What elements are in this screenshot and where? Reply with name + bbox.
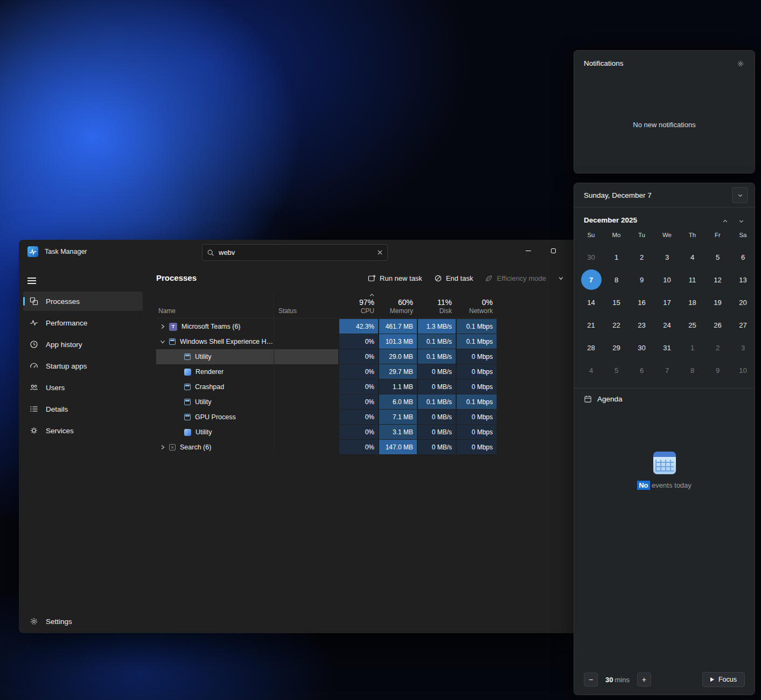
sidebar-item-app-history[interactable]: App history	[23, 335, 143, 354]
calendar-day[interactable]: 9	[708, 360, 728, 380]
column-header-name[interactable]: Name	[156, 292, 274, 318]
sidebar-item-settings[interactable]: Settings	[23, 612, 143, 631]
disk-total: 11%	[437, 298, 452, 307]
notification-settings-button[interactable]	[732, 55, 749, 72]
sort-indicator-icon	[369, 293, 374, 297]
hamburger-icon	[27, 278, 36, 284]
search-box[interactable]	[202, 244, 388, 261]
calendar-day[interactable]: 3	[733, 337, 753, 358]
hamburger-menu-button[interactable]	[27, 273, 45, 288]
calendar-day[interactable]: 8	[682, 360, 703, 380]
maximize-icon	[551, 248, 556, 253]
calendar-day[interactable]: 6	[632, 360, 652, 380]
calendar-day[interactable]: 6	[733, 247, 753, 267]
titlebar[interactable]: Task Manager	[19, 240, 574, 265]
calendar-day[interactable]: 30	[581, 247, 602, 267]
calendar-day[interactable]: 10	[657, 269, 678, 290]
table-row[interactable]: Utility0%6.0 MB0.1 MB/s0.1 Mbps	[156, 394, 574, 410]
sidebar-item-processes[interactable]: Processes	[23, 292, 143, 311]
calendar-day[interactable]: 20	[733, 292, 753, 313]
calendar-day[interactable]: 1	[682, 337, 703, 358]
calendar-date-header: Sunday, December 7	[584, 191, 652, 199]
calendar-panel: Sunday, December 7 December 2025	[574, 183, 755, 695]
sidebar-item-details[interactable]: Details	[23, 399, 143, 419]
calendar-day[interactable]: 5	[708, 247, 728, 267]
calendar-day[interactable]: 28	[581, 337, 602, 358]
efficiency-mode-button[interactable]: Efficiency mode	[479, 271, 551, 286]
calendar-day[interactable]: 10	[733, 360, 753, 380]
table-row[interactable]: Utility0%29.0 MB0.1 MB/s0 Mbps	[156, 349, 574, 364]
users-icon	[30, 383, 38, 392]
calendar-day[interactable]: 24	[657, 315, 678, 335]
table-row[interactable]: GPU Process0%7.1 MB0 MB/s0 Mbps	[156, 410, 574, 425]
calendar-day[interactable]: 2	[632, 247, 652, 267]
clear-search-button[interactable]	[377, 249, 383, 255]
focus-button-label: Focus	[718, 676, 737, 683]
end-task-button[interactable]: End task	[429, 271, 479, 286]
maximize-button[interactable]	[541, 240, 565, 261]
calendar-day[interactable]: 26	[708, 315, 728, 335]
calendar-day[interactable]: 8	[606, 269, 627, 290]
calendar-day[interactable]: 1	[606, 247, 627, 267]
calendar-day[interactable]: 17	[657, 292, 678, 313]
column-header-status[interactable]: Status	[274, 292, 338, 318]
sidebar-item-label: Startup apps	[46, 362, 87, 370]
weekday-label: Th	[680, 230, 705, 240]
search-input[interactable]	[219, 248, 373, 257]
calendar-day-selected[interactable]: 7	[581, 269, 602, 290]
calendar-collapse-button[interactable]	[732, 187, 748, 203]
calendar-prev-month-button[interactable]	[717, 213, 733, 229]
calendar-day[interactable]: 14	[581, 292, 602, 313]
sidebar-item-performance[interactable]: Performance	[23, 313, 143, 332]
run-new-task-button[interactable]: Run new task	[362, 271, 428, 286]
calendar-day[interactable]: 4	[682, 247, 703, 267]
column-header-disk[interactable]: 11% Disk	[417, 292, 456, 318]
agenda-section-header[interactable]: Agenda	[574, 389, 755, 410]
calendar-day[interactable]: 16	[632, 292, 652, 313]
chevron-down-icon[interactable]	[158, 339, 167, 344]
column-header-memory[interactable]: 60% Memory	[378, 292, 417, 318]
minimize-button[interactable]	[516, 240, 541, 261]
calendar-day[interactable]: 21	[581, 315, 602, 335]
calendar-day[interactable]: 11	[682, 269, 703, 290]
calendar-day[interactable]: 23	[632, 315, 652, 335]
increase-focus-duration-button[interactable]: +	[637, 673, 651, 687]
table-row[interactable]: Utility0%3.1 MB0 MB/s0 Mbps	[156, 425, 574, 440]
sidebar-item-users[interactable]: Users	[23, 378, 143, 397]
calendar-day[interactable]: 4	[581, 360, 602, 380]
column-header-network[interactable]: 0% Network	[456, 292, 497, 318]
table-row[interactable]: Search (6)0%147.0 MB0 MB/s0 Mbps	[156, 440, 574, 455]
calendar-day[interactable]: 18	[682, 292, 703, 313]
calendar-day[interactable]: 9	[632, 269, 652, 290]
cell-cpu: 0%	[338, 379, 378, 394]
toolbar-overflow-button[interactable]	[553, 272, 569, 285]
cell-memory: 7.1 MB	[378, 410, 417, 425]
sidebar-item-services[interactable]: Services	[23, 421, 143, 440]
calendar-day[interactable]: 27	[733, 315, 753, 335]
table-row[interactable]: Crashpad0%1.1 MB0 MB/s0 Mbps	[156, 379, 574, 394]
calendar-day[interactable]: 2	[708, 337, 728, 358]
calendar-day[interactable]: 7	[657, 360, 678, 380]
chevron-right-icon[interactable]	[158, 445, 167, 450]
calendar-day[interactable]: 5	[606, 360, 627, 380]
calendar-day[interactable]: 25	[682, 315, 703, 335]
calendar-day[interactable]: 30	[632, 337, 652, 358]
calendar-day[interactable]: 29	[606, 337, 627, 358]
calendar-day[interactable]: 3	[657, 247, 678, 267]
table-row[interactable]: Windows Shell Experience Hos...0%101.3 M…	[156, 334, 574, 349]
calendar-day[interactable]: 15	[606, 292, 627, 313]
focus-button[interactable]: Focus	[702, 672, 745, 687]
decrease-focus-duration-button[interactable]: −	[584, 673, 598, 687]
calendar-day[interactable]: 31	[657, 337, 678, 358]
calendar-day[interactable]: 13	[733, 269, 753, 290]
column-header-cpu[interactable]: 97% CPU	[338, 292, 378, 318]
calendar-day[interactable]: 12	[708, 269, 728, 290]
calendar-day[interactable]: 22	[606, 315, 627, 335]
process-status	[274, 334, 338, 349]
calendar-day[interactable]: 19	[708, 292, 728, 313]
calendar-next-month-button[interactable]	[733, 213, 749, 229]
table-row[interactable]: Renderer0%29.7 MB0 MB/s0 Mbps	[156, 364, 574, 379]
chevron-right-icon[interactable]	[158, 324, 167, 329]
table-row[interactable]: Microsoft Teams (6)42.3%461.7 MB1.3 MB/s…	[156, 319, 574, 334]
sidebar-item-startup-apps[interactable]: Startup apps	[23, 356, 143, 376]
